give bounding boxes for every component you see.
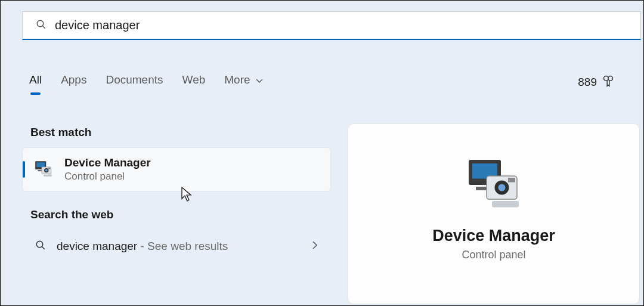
- chevron-right-icon: [312, 240, 318, 252]
- svg-point-9: [45, 169, 48, 172]
- search-input[interactable]: [55, 18, 627, 32]
- device-manager-icon: [33, 159, 54, 180]
- detail-title: Device Manager: [432, 227, 555, 245]
- chevron-down-icon: [256, 73, 263, 86]
- tab-documents[interactable]: Documents: [106, 73, 163, 91]
- tab-all[interactable]: All: [29, 73, 42, 91]
- search-icon: [35, 240, 46, 253]
- svg-rect-11: [44, 175, 52, 177]
- web-result-item[interactable]: device manager - See web results: [22, 230, 331, 263]
- best-match-heading: Best match: [30, 126, 335, 139]
- svg-point-12: [36, 241, 43, 248]
- svg-rect-20: [508, 178, 515, 183]
- tab-more[interactable]: More: [224, 73, 263, 91]
- device-manager-icon: [465, 156, 522, 214]
- detail-subtitle: Control panel: [462, 249, 525, 261]
- svg-line-1: [42, 26, 45, 29]
- rewards-points: 889: [578, 76, 597, 89]
- tab-web[interactable]: Web: [182, 73, 206, 91]
- svg-line-13: [42, 246, 45, 249]
- svg-point-2: [603, 76, 608, 81]
- svg-point-19: [499, 184, 506, 191]
- svg-rect-21: [492, 201, 519, 208]
- svg-rect-10: [48, 168, 50, 169]
- best-match-result[interactable]: Device Manager Control panel: [22, 147, 331, 191]
- filter-tabs: All Apps Documents Web More 889: [29, 73, 615, 91]
- search-web-heading: Search the web: [30, 208, 335, 221]
- detail-panel: Device Manager Control panel: [348, 123, 640, 304]
- svg-point-3: [608, 76, 613, 81]
- svg-rect-5: [36, 162, 45, 167]
- web-result-term: device manager - See web results: [57, 240, 228, 253]
- tab-more-label: More: [224, 73, 250, 86]
- search-icon: [36, 19, 47, 32]
- tab-apps[interactable]: Apps: [61, 73, 86, 91]
- search-bar[interactable]: [22, 11, 641, 40]
- rewards-icon: [602, 75, 615, 91]
- svg-point-0: [37, 20, 44, 27]
- rewards-badge[interactable]: 889: [578, 75, 615, 91]
- best-match-subtitle: Control panel: [64, 171, 151, 183]
- best-match-title: Device Manager: [64, 156, 151, 169]
